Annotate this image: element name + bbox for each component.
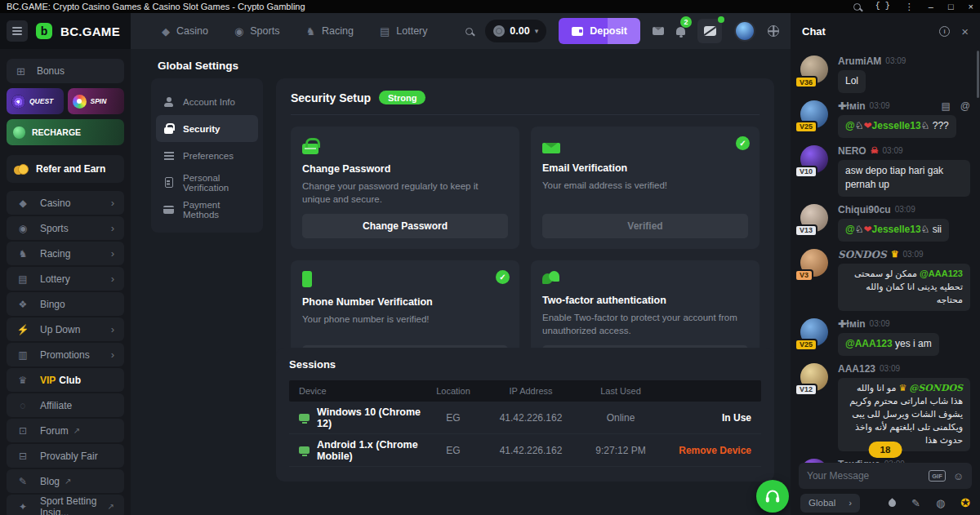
trophy-icon[interactable]: ✪ — [960, 496, 970, 509]
sidebar-item-affiliate[interactable]: ◌Affiliate — [7, 393, 124, 417]
avatar[interactable]: V36 — [800, 55, 828, 83]
mention[interactable]: @AAA123 — [845, 338, 893, 349]
settings-menu-account-info[interactable]: Account Info — [156, 88, 258, 115]
settings-menu-preferences[interactable]: Preferences — [156, 142, 258, 169]
mail-icon[interactable] — [653, 27, 664, 35]
sidebar-bonus-button[interactable]: ⊞ Bonus — [7, 59, 124, 83]
support-button[interactable] — [756, 480, 789, 513]
avatar[interactable]: V25 — [800, 100, 828, 128]
tip-icon[interactable]: ▤ — [941, 100, 950, 112]
search-icon[interactable] — [466, 28, 473, 35]
mention[interactable]: @AAA123 — [920, 269, 963, 278]
username[interactable]: ✚ɫмin — [838, 100, 866, 112]
card-description: Enable Two-factor to protect your accoun… — [542, 311, 748, 337]
info-icon[interactable] — [939, 26, 950, 37]
sidebar-item-blog[interactable]: ✎Blog↗ — [7, 469, 124, 493]
username[interactable]: NERO — [838, 145, 866, 157]
notification-badge: 2 — [680, 16, 692, 28]
mention-name[interactable]: Jesselle13 — [872, 120, 921, 131]
vip-level-badge: V13 — [795, 224, 817, 237]
extensions-icon[interactable]: { } — [875, 2, 890, 11]
sidebar-item-vip-club[interactable]: ♛VIPClub — [7, 368, 124, 392]
mention-icon[interactable]: @ — [960, 100, 970, 112]
kebab-menu-icon[interactable]: ⋮ — [905, 2, 914, 11]
globe-icon[interactable] — [768, 25, 779, 37]
avatar[interactable]: V13 — [800, 204, 828, 232]
chevron-right-icon: › — [111, 197, 114, 209]
sidebar-toggle-button[interactable] — [7, 20, 28, 42]
recharge-button[interactable]: RECHARGE — [7, 119, 124, 145]
emoji-icon[interactable]: ☺ — [953, 470, 964, 482]
sidebar-item-casino[interactable]: ◆Casino› — [7, 191, 124, 215]
notifications-button[interactable]: 2 — [676, 24, 685, 38]
vip-level-badge: V12 — [795, 384, 817, 396]
crown-emoji: ♛ — [891, 249, 899, 260]
nav-racing[interactable]: ♞Racing — [305, 25, 354, 38]
mention[interactable]: @SONDOS — [909, 383, 963, 393]
settings-menu-security[interactable]: Security — [156, 115, 258, 142]
sidebar-item-updown[interactable]: ⚡Up Down› — [7, 317, 124, 341]
gif-icon[interactable]: GIF — [929, 470, 946, 482]
avatar[interactable]: V25 — [800, 318, 828, 346]
coinflip-icon[interactable]: ◍ — [936, 497, 945, 509]
bcgame-logo-icon[interactable]: b — [36, 23, 52, 39]
nav-lottery[interactable]: ▤Lottery — [380, 25, 428, 38]
channel-selector[interactable]: Global › — [800, 494, 860, 513]
mention[interactable]: @ — [845, 224, 855, 235]
pen-icon[interactable]: ✎ — [911, 497, 920, 509]
settings-menu-personal-verification[interactable]: Personal Verification — [156, 169, 258, 196]
close-chat-icon[interactable]: × — [961, 24, 969, 38]
horse-emoji: ♘ — [855, 224, 864, 235]
mention-name[interactable]: Jesselle13 — [872, 224, 921, 235]
sidebar-item-sport-betting-insights[interactable]: ✦Sport Betting Insig...↗ — [7, 495, 124, 515]
chat-toggle-button[interactable] — [697, 19, 722, 43]
refer-and-earn-button[interactable]: Refer and Earn — [7, 155, 124, 183]
maximize-button[interactable]: □ — [948, 2, 954, 11]
bcgame-logo-text[interactable]: BC.GAME — [60, 24, 120, 38]
quest-button[interactable]: QUEST — [7, 88, 64, 114]
sidebar-item-bingo[interactable]: ❖Bingo — [7, 292, 124, 316]
username[interactable]: AAA123 — [838, 363, 875, 375]
sidebar-item-sports[interactable]: ◉Sports› — [7, 216, 124, 240]
nav-sports[interactable]: ◉Sports — [234, 25, 279, 38]
balance-selector[interactable]: 0.00 ▾ — [485, 20, 546, 42]
user-avatar[interactable] — [734, 20, 755, 42]
chevron-right-icon: › — [111, 273, 114, 285]
message-input[interactable] — [807, 470, 921, 482]
avatar[interactable]: V12 — [800, 363, 828, 391]
nav-casino[interactable]: ◆Casino — [162, 25, 208, 38]
sidebar-item-racing[interactable]: ♞Racing› — [7, 242, 124, 265]
green-phone-icon — [302, 271, 312, 287]
unread-messages-pill[interactable]: 18 — [869, 442, 902, 458]
sidebar-item-provably-fair[interactable]: ⊟Provably Fair — [7, 444, 124, 468]
sidebar-item-forum[interactable]: ⊡Forum↗ — [7, 419, 124, 442]
message-bubble: @AAA123 yes i am — [838, 333, 939, 355]
affiliate-icon: ◌ — [16, 400, 29, 411]
avatar[interactable]: V10 — [800, 145, 828, 173]
deposit-button[interactable]: Deposit — [559, 18, 640, 44]
sidebar-item-promotions[interactable]: ▥Promotions› — [7, 343, 124, 366]
rain-icon[interactable] — [887, 498, 898, 508]
casino-icon: ◆ — [16, 198, 29, 209]
spin-button[interactable]: SPIN — [68, 88, 125, 114]
remove-device-button[interactable]: Remove Device — [662, 445, 751, 456]
external-link-icon: ↗ — [108, 502, 114, 511]
sidebar-item-lottery[interactable]: ▤Lottery› — [7, 267, 124, 291]
chat-message: V36 ArumiAM03:09 Lol — [800, 55, 970, 93]
change-password-button[interactable]: Change Password — [302, 214, 508, 238]
username[interactable]: ✚ɫмin — [838, 318, 866, 330]
avatar[interactable]: V3 — [800, 249, 828, 277]
close-window-button[interactable]: × — [969, 2, 973, 11]
minimize-button[interactable]: – — [929, 2, 933, 11]
username[interactable]: ArumiAM — [838, 55, 881, 67]
vip-level-badge: V36 — [795, 76, 817, 88]
zoom-icon[interactable] — [853, 3, 861, 11]
username[interactable]: Chiqui90cu — [838, 204, 891, 215]
fairness-icon: ⊟ — [16, 451, 29, 462]
settings-menu-payment-methods[interactable]: Payment Methods — [156, 196, 258, 223]
chat-scrollbar[interactable] — [977, 51, 979, 98]
mention[interactable]: @ — [845, 120, 855, 131]
bingo-icon: ❖ — [16, 299, 29, 310]
message-time: 03:09 — [903, 250, 924, 260]
username[interactable]: SONDOS — [838, 249, 887, 260]
